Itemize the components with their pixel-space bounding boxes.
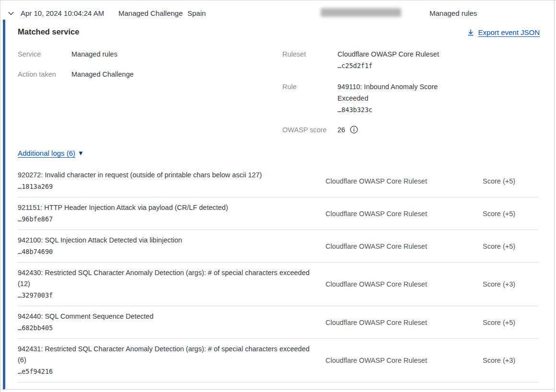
caret-down-icon: ▼ xyxy=(78,150,84,157)
log-ruleset-name: Cloudflare OWASP Core Ruleset xyxy=(325,319,483,326)
chevron-down-icon[interactable] xyxy=(7,10,15,17)
field-ruleset-label: Ruleset xyxy=(282,48,337,60)
field-action-taken: Action takenManaged Challenge xyxy=(18,69,134,80)
panel-title: Matched service xyxy=(18,27,79,36)
log-row: 921151: HTTP Header Injection Attack via… xyxy=(18,197,538,230)
field-owasp-score-label: OWASP score xyxy=(282,124,337,136)
panel-bottom-divider xyxy=(3,389,553,390)
log-rule-description: 942431: Restricted SQL Character Anomaly… xyxy=(18,345,310,364)
additional-logs-label: Additional logs (6) xyxy=(18,149,75,157)
field-owasp-score-value: 26 xyxy=(337,124,345,136)
log-rule-hash: …3297003f xyxy=(18,289,320,301)
log-rule-description: 942100: SQL Injection Attack Detected vi… xyxy=(18,236,182,244)
field-owasp-score: OWASP score26 xyxy=(282,124,358,137)
field-rule-value: 949110: Inbound Anomaly Score Exceeded xyxy=(337,83,438,102)
expanded-row-accent-bar xyxy=(3,20,5,390)
field-ruleset-value: Cloudflare OWASP Core Ruleset xyxy=(337,50,439,58)
field-action-taken-value: Managed Challenge xyxy=(71,69,134,80)
info-icon[interactable] xyxy=(350,126,358,137)
additional-logs-table: 920272: Invalid character in request (ou… xyxy=(18,165,538,382)
log-rule-hash: …96bfe867 xyxy=(18,213,320,225)
export-link-label: Export event JSON xyxy=(478,28,540,36)
log-score: Score (+3) xyxy=(483,357,538,364)
field-service-label: Service xyxy=(18,48,71,60)
log-ruleset-name: Cloudflare OWASP Core Ruleset xyxy=(325,357,483,364)
log-score: Score (+3) xyxy=(483,280,538,288)
additional-logs-toggle[interactable]: Additional logs (6) ▼ xyxy=(18,149,84,157)
event-country: Spain xyxy=(187,9,206,17)
log-score: Score (+5) xyxy=(483,242,538,250)
field-service-value: Managed rules xyxy=(71,48,117,60)
table-right-border xyxy=(554,0,555,392)
event-service: Managed rules xyxy=(429,9,477,17)
log-rule-hash: …e5f94216 xyxy=(18,366,320,377)
field-rule: Rule949110: Inbound Anomaly Score Exceed… xyxy=(282,81,452,115)
log-rule-description: 942430: Restricted SQL Character Anomaly… xyxy=(18,269,310,288)
log-rule-hash: …682bb405 xyxy=(18,322,320,334)
log-ruleset-name: Cloudflare OWASP Core Ruleset xyxy=(325,177,483,185)
field-action-taken-label: Action taken xyxy=(18,69,71,80)
field-rule-hash: …843b323c xyxy=(337,106,372,114)
log-ruleset-name: Cloudflare OWASP Core Ruleset xyxy=(325,242,483,250)
redacted-field xyxy=(321,8,401,17)
log-row: 942431: Restricted SQL Character Anomaly… xyxy=(18,339,538,382)
event-detail-panel: Apr 10, 2024 10:04:24 AM Managed Challen… xyxy=(0,0,556,392)
log-rule-description: 921151: HTTP Header Injection Attack via… xyxy=(18,204,228,211)
event-action: Managed Challenge xyxy=(118,9,183,17)
log-row: 920272: Invalid character in request (ou… xyxy=(18,165,538,197)
log-rule-hash: …1813a269 xyxy=(18,181,320,192)
export-event-json-link[interactable]: Export event JSON xyxy=(467,28,540,36)
log-row: 942440: SQL Comment Sequence Detected…68… xyxy=(18,306,538,339)
log-score: Score (+5) xyxy=(483,177,538,185)
field-rule-label: Rule xyxy=(282,81,337,92)
log-score: Score (+5) xyxy=(483,210,538,218)
event-timestamp: Apr 10, 2024 10:04:24 AM xyxy=(21,9,104,17)
log-row: 942100: SQL Injection Attack Detected vi… xyxy=(18,230,538,263)
log-rule-description: 942440: SQL Comment Sequence Detected xyxy=(18,312,153,320)
download-icon xyxy=(467,29,475,36)
log-row: 942430: Restricted SQL Character Anomaly… xyxy=(18,263,538,306)
log-ruleset-name: Cloudflare OWASP Core Ruleset xyxy=(325,280,483,288)
log-rule-description: 920272: Invalid character in request (ou… xyxy=(18,171,262,179)
log-rule-hash: …48b74690 xyxy=(18,246,320,257)
log-ruleset-name: Cloudflare OWASP Core Ruleset xyxy=(325,210,483,218)
field-ruleset: RulesetCloudflare OWASP Core Ruleset…c25… xyxy=(282,48,452,71)
field-ruleset-hash: …c25d2f1f xyxy=(337,62,372,69)
event-summary-row[interactable]: Apr 10, 2024 10:04:24 AM Managed Challen… xyxy=(0,0,554,20)
log-score: Score (+5) xyxy=(483,319,538,326)
field-service: ServiceManaged rules xyxy=(18,48,117,60)
